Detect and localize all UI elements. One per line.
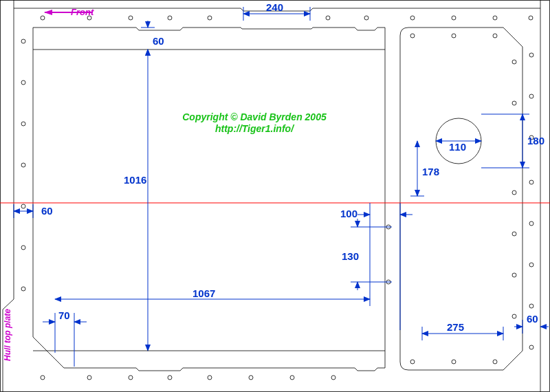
svg-point-34 — [512, 314, 516, 318]
svg-text:130: 130 — [342, 250, 359, 262]
svg-point-10 — [529, 16, 533, 20]
svg-point-23 — [529, 263, 534, 267]
dim-60-left: 60 — [14, 204, 53, 218]
svg-text:275: 275 — [447, 321, 464, 333]
dim-110: 110 — [436, 141, 481, 153]
svg-point-39 — [87, 375, 91, 380]
svg-point-35 — [410, 360, 415, 364]
svg-point-9 — [493, 16, 497, 20]
svg-point-21 — [529, 180, 534, 184]
svg-point-0 — [41, 16, 45, 20]
svg-point-43 — [249, 375, 253, 380]
svg-point-38 — [41, 375, 45, 380]
svg-point-6 — [364, 16, 368, 20]
hull-diagram: Front Hull top plate Copyright © David B… — [0, 0, 550, 392]
svg-point-4 — [208, 16, 212, 20]
svg-point-3 — [168, 16, 172, 20]
dim-130: 130 — [342, 219, 392, 290]
svg-point-44 — [290, 375, 294, 380]
svg-point-22 — [529, 221, 534, 226]
svg-point-32 — [512, 232, 516, 236]
svg-point-5 — [326, 16, 330, 20]
svg-text:1067: 1067 — [192, 287, 215, 299]
svg-point-13 — [21, 122, 25, 126]
svg-point-41 — [168, 375, 172, 380]
copyright-line1: Copyright © David Byrden 2005 — [182, 111, 327, 122]
svg-point-25 — [529, 345, 534, 349]
svg-point-36 — [452, 360, 456, 364]
svg-point-17 — [21, 287, 25, 291]
svg-text:60: 60 — [41, 205, 53, 217]
svg-point-45 — [331, 375, 336, 380]
svg-point-33 — [512, 273, 516, 277]
dim-70: 70 — [43, 309, 87, 367]
svg-point-29 — [512, 60, 516, 64]
dim-100: 100 — [340, 203, 412, 330]
dim-60-right: 60 — [514, 313, 549, 334]
svg-text:70: 70 — [58, 309, 70, 321]
svg-point-11 — [21, 39, 25, 43]
svg-text:178: 178 — [422, 166, 439, 177]
svg-point-30 — [512, 101, 516, 105]
svg-point-18 — [529, 53, 534, 57]
svg-text:110: 110 — [449, 141, 466, 153]
right-subpanel — [400, 28, 522, 370]
image-border — [1, 1, 550, 392]
svg-point-42 — [208, 375, 212, 380]
dim-275: 275 — [422, 321, 503, 340]
svg-text:180: 180 — [527, 135, 544, 146]
dim-60-top: 60 — [33, 21, 385, 55]
svg-point-40 — [129, 375, 133, 380]
dim-1067: 1067 — [55, 203, 370, 306]
svg-text:Front: Front — [71, 7, 94, 17]
svg-point-26 — [410, 34, 415, 38]
svg-point-2 — [129, 16, 133, 20]
copyright-line2: http://Tiger1.info/ — [215, 123, 295, 134]
svg-point-16 — [21, 246, 25, 250]
svg-text:60: 60 — [153, 35, 164, 47]
svg-point-19 — [529, 94, 534, 98]
svg-point-28 — [493, 34, 497, 38]
svg-point-12 — [21, 80, 25, 85]
svg-text:1016: 1016 — [124, 174, 146, 186]
svg-point-37 — [493, 360, 497, 364]
svg-point-24 — [529, 304, 534, 308]
dim-1016: 1016 — [33, 50, 385, 351]
svg-point-14 — [21, 163, 25, 167]
svg-point-15 — [21, 204, 25, 208]
svg-point-31 — [512, 190, 516, 195]
dim-178: 178 — [410, 141, 439, 196]
hull-top-plate-label: Hull top plate — [3, 309, 12, 361]
svg-point-27 — [452, 34, 456, 38]
svg-text:100: 100 — [340, 208, 358, 219]
svg-text:240: 240 — [266, 1, 283, 13]
svg-point-8 — [452, 16, 456, 20]
dim-180: 180 — [481, 114, 544, 168]
svg-point-7 — [410, 16, 415, 20]
inner-frame — [33, 28, 385, 371]
svg-text:60: 60 — [527, 313, 538, 325]
